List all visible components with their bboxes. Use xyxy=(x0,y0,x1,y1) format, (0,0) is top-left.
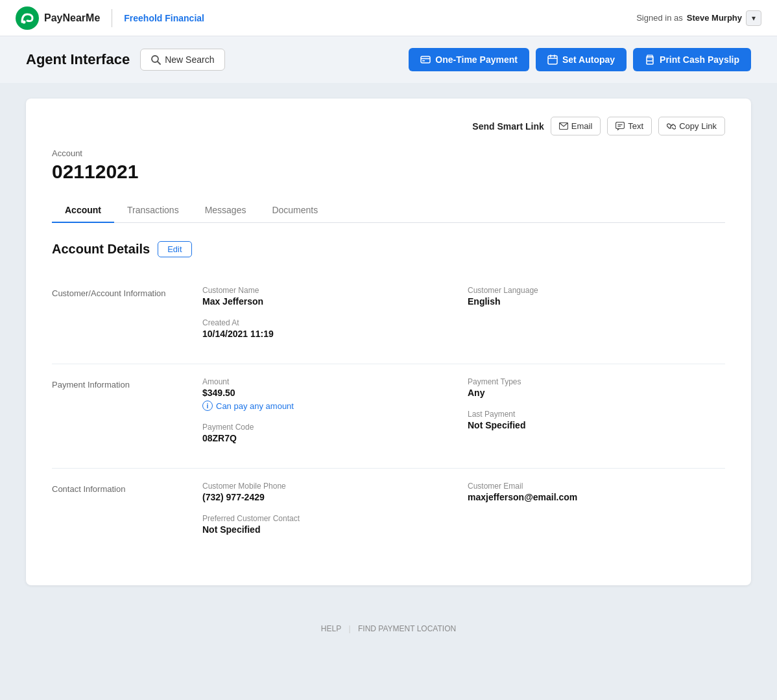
tabs-bar: Account Transactions Messages Documents xyxy=(52,198,725,223)
account-label: Account xyxy=(52,148,725,158)
mobile-phone-value: (732) 977-2429 xyxy=(202,492,460,502)
one-time-payment-button[interactable]: One-Time Payment xyxy=(409,48,529,71)
footer-separator: | xyxy=(349,624,351,633)
payment-types-label: Payment Types xyxy=(468,377,725,386)
svg-rect-11 xyxy=(647,61,653,64)
customer-email-label: Customer Email xyxy=(468,482,725,491)
customer-email-block: Customer Email maxjefferson@email.com xyxy=(468,482,725,502)
svg-point-13 xyxy=(652,59,653,60)
payment-col1: Amount $349.50 i Can pay any amount Paym… xyxy=(202,377,460,455)
customer-name-label: Customer Name xyxy=(202,286,460,295)
payment-types-block: Payment Types Any xyxy=(468,377,725,398)
account-details-title: Account Details xyxy=(52,242,150,257)
amount-value: $349.50 xyxy=(202,388,460,398)
set-autopay-button[interactable]: Set Autopay xyxy=(536,48,627,71)
svg-rect-7 xyxy=(548,56,557,64)
signed-in-user: Steve Murphy xyxy=(687,13,742,23)
tab-messages[interactable]: Messages xyxy=(192,198,259,223)
payment-types-value: Any xyxy=(468,388,725,398)
customer-name-value: Max Jefferson xyxy=(202,296,460,307)
customer-account-section-name: Customer/Account Information xyxy=(52,286,195,351)
payment-information-section: Payment Information Amount $349.50 i Can… xyxy=(52,364,725,469)
nav-right: Signed in as Steve Murphy ▾ xyxy=(636,10,761,26)
payment-code-block: Payment Code 08ZR7Q xyxy=(202,423,460,443)
agent-header: Agent Interface New Search One-Time Paym… xyxy=(0,36,777,83)
smart-link-bar: Send Smart Link Email Text xyxy=(52,117,725,135)
find-payment-location-link[interactable]: FIND PAYMENT LOCATION xyxy=(358,624,456,633)
payment-code-value: 08ZR7Q xyxy=(202,433,460,443)
contact-information-section: Contact Information Customer Mobile Phon… xyxy=(52,469,725,559)
mobile-phone-label: Customer Mobile Phone xyxy=(202,482,460,491)
svg-rect-4 xyxy=(421,56,430,63)
contact-section-name: Contact Information xyxy=(52,482,195,546)
last-payment-block: Last Payment Not Specified xyxy=(468,410,725,430)
mobile-phone-block: Customer Mobile Phone (732) 977-2429 xyxy=(202,482,460,502)
text-smart-link-button[interactable]: Text xyxy=(607,117,652,135)
tab-documents[interactable]: Documents xyxy=(259,198,331,223)
preferred-contact-value: Not Specified xyxy=(202,524,460,535)
contact-col1: Customer Mobile Phone (732) 977-2429 Pre… xyxy=(202,482,460,546)
email-smart-link-button[interactable]: Email xyxy=(551,117,601,135)
customer-language-label: Customer Language xyxy=(468,286,725,295)
credit-card-icon xyxy=(420,56,431,64)
main-content: Send Smart Link Email Text xyxy=(0,83,777,611)
customer-language-block: Customer Language English xyxy=(468,286,725,307)
amount-sub: i Can pay any amount xyxy=(202,401,460,411)
copy-link-button[interactable]: Copy Link xyxy=(658,117,725,135)
customer-account-col1: Customer Name Max Jefferson Created At 1… xyxy=(202,286,460,351)
payment-code-label: Payment Code xyxy=(202,423,460,432)
amount-label: Amount xyxy=(202,377,460,386)
text-label: Text xyxy=(628,121,643,131)
brand-divider xyxy=(112,9,112,27)
svg-point-0 xyxy=(16,6,39,30)
preferred-contact-label: Preferred Customer Contact xyxy=(202,514,460,523)
customer-name-block: Customer Name Max Jefferson xyxy=(202,286,460,307)
new-search-button[interactable]: New Search xyxy=(140,49,225,71)
smart-link-label: Send Smart Link xyxy=(472,121,544,132)
tab-transactions[interactable]: Transactions xyxy=(114,198,192,223)
edit-button[interactable]: Edit xyxy=(158,241,191,257)
account-card: Send Smart Link Email Text xyxy=(26,99,751,585)
account-details-header: Account Details Edit xyxy=(52,241,725,257)
company-name: Freehold Financial xyxy=(124,13,204,23)
customer-account-section: Customer/Account Information Customer Na… xyxy=(52,273,725,364)
chat-icon xyxy=(616,122,625,131)
new-search-label: New Search xyxy=(165,54,214,65)
preferred-contact-block: Preferred Customer Contact Not Specified xyxy=(202,514,460,535)
page-footer: HELP | FIND PAYMENT LOCATION xyxy=(0,611,777,646)
envelope-icon xyxy=(559,122,568,130)
link-icon xyxy=(667,122,676,131)
brand: PayNearMe Freehold Financial xyxy=(16,6,204,30)
amount-block: Amount $349.50 i Can pay any amount xyxy=(202,377,460,411)
info-icon: i xyxy=(202,401,213,411)
print-cash-payslip-button[interactable]: Print Cash Payslip xyxy=(633,48,751,71)
tab-account[interactable]: Account xyxy=(52,198,114,223)
signed-in-label: Signed in as xyxy=(636,13,683,23)
print-cash-payslip-label: Print Cash Payslip xyxy=(660,54,739,65)
created-at-value: 10/14/2021 11:19 xyxy=(202,329,460,339)
payment-col2: Payment Types Any Last Payment Not Speci… xyxy=(468,377,725,455)
help-link[interactable]: HELP xyxy=(321,624,341,633)
svg-rect-6 xyxy=(422,60,425,62)
calendar-icon xyxy=(547,54,558,65)
printer-icon xyxy=(645,54,655,65)
last-payment-value: Not Specified xyxy=(468,420,725,430)
svg-line-3 xyxy=(158,62,160,64)
customer-language-value: English xyxy=(468,296,725,307)
email-label: Email xyxy=(571,121,593,131)
top-nav: PayNearMe Freehold Financial Signed in a… xyxy=(0,0,777,36)
svg-rect-15 xyxy=(616,122,625,128)
set-autopay-label: Set Autopay xyxy=(562,54,615,65)
customer-account-col2: Customer Language English xyxy=(468,286,725,351)
user-dropdown-button[interactable]: ▾ xyxy=(746,10,761,26)
header-actions: One-Time Payment Set Autopay Print Cash … xyxy=(409,48,751,71)
account-id: 02112021 xyxy=(52,161,725,183)
last-payment-label: Last Payment xyxy=(468,410,725,419)
created-at-block: Created At 10/14/2021 11:19 xyxy=(202,318,460,339)
page-title: Agent Interface xyxy=(26,51,130,68)
brand-logo xyxy=(16,6,39,30)
payment-section-name: Payment Information xyxy=(52,377,195,455)
svg-point-1 xyxy=(23,20,26,23)
amount-sub-text: Can pay any amount xyxy=(216,401,294,411)
contact-col2: Customer Email maxjefferson@email.com xyxy=(468,482,725,546)
